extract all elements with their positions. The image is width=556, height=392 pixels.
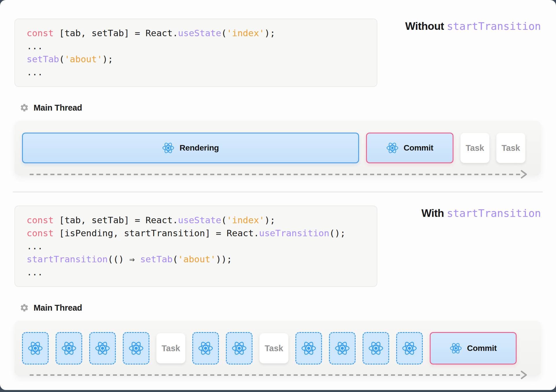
code-line: ...	[27, 266, 365, 279]
react-render-box	[295, 332, 322, 364]
main-thread-label: Main Thread	[20, 303, 541, 313]
react-icon	[162, 142, 174, 154]
react-render-box	[22, 332, 49, 364]
task-label: Task	[265, 344, 283, 353]
code-block-with: const [tab, setTab] = React.useState('in…	[14, 206, 377, 287]
react-render-box	[56, 332, 82, 364]
code-line: const [isPending, startTransition] = Rea…	[27, 227, 365, 240]
main-thread-text: Main Thread	[34, 303, 82, 313]
section-title-without: Without startTransition	[377, 20, 541, 32]
commit-label: Commit	[467, 344, 497, 353]
code-line: const [tab, setTab] = React.useState('in…	[27, 214, 365, 227]
react-icon	[368, 341, 383, 356]
timeline-arrow	[30, 169, 528, 179]
commit-box: Commit	[430, 332, 517, 364]
task-label: Task	[466, 143, 484, 153]
commit-label: Commit	[404, 143, 433, 153]
timeline-dash-line	[30, 174, 522, 175]
title-text: With	[421, 207, 444, 219]
arrow-head-icon	[520, 169, 528, 179]
rendering-label: Rendering	[180, 143, 219, 153]
code-line: setTab('about');	[27, 53, 365, 66]
gear-icon	[20, 103, 29, 112]
react-icon	[61, 341, 76, 356]
rendering-bar: Rendering	[22, 133, 359, 163]
react-icon	[402, 341, 417, 356]
main-thread-track-without: Rendering Commit Task Task	[14, 120, 541, 175]
react-icon	[301, 341, 316, 356]
main-thread-text: Main Thread	[34, 103, 82, 113]
arrow-head-icon	[520, 370, 528, 380]
react-icon	[335, 341, 350, 356]
title-code: startTransition	[447, 20, 541, 32]
code-line: ...	[27, 40, 365, 53]
section-title-with: With startTransition	[377, 207, 541, 219]
react-icon	[386, 142, 398, 154]
commit-box: Commit	[366, 133, 453, 163]
react-icon	[198, 341, 213, 356]
section-without: const [tab, setTab] = React.useState('in…	[14, 19, 541, 175]
timeline-arrow	[30, 370, 528, 380]
code-line: startTransition(() ⇒ setTab('about'));	[27, 253, 365, 266]
diagram-card: const [tab, setTab] = React.useState('in…	[0, 0, 556, 390]
react-icon	[129, 341, 144, 356]
react-icon	[95, 341, 110, 356]
main-thread-track-with: Task Task	[14, 320, 541, 376]
code-line: const [tab, setTab] = React.useState('in…	[27, 27, 365, 40]
task-box: Task	[460, 133, 489, 163]
section-divider	[13, 192, 543, 192]
task-box: Task	[259, 333, 288, 363]
react-render-box	[329, 332, 356, 364]
code-block-without: const [tab, setTab] = React.useState('in…	[14, 19, 377, 87]
gear-icon	[20, 303, 29, 312]
task-label: Task	[502, 143, 520, 153]
code-line: ...	[27, 240, 365, 253]
react-render-box	[192, 332, 219, 364]
react-render-box	[363, 332, 389, 364]
react-icon	[450, 342, 462, 354]
react-render-box	[123, 332, 149, 364]
title-code: startTransition	[447, 207, 541, 219]
react-icon	[232, 341, 247, 356]
react-render-box	[396, 332, 423, 364]
task-box: Task	[156, 333, 185, 363]
section-with: const [tab, setTab] = React.useState('in…	[14, 206, 541, 376]
timeline-dash-line	[30, 374, 522, 376]
react-render-box	[89, 332, 116, 364]
title-text: Without	[405, 20, 444, 32]
react-icon	[28, 341, 43, 356]
task-box: Task	[496, 133, 525, 163]
code-line: ...	[27, 66, 365, 79]
main-thread-label: Main Thread	[20, 102, 541, 113]
react-render-box	[226, 332, 253, 364]
task-label: Task	[162, 344, 180, 353]
